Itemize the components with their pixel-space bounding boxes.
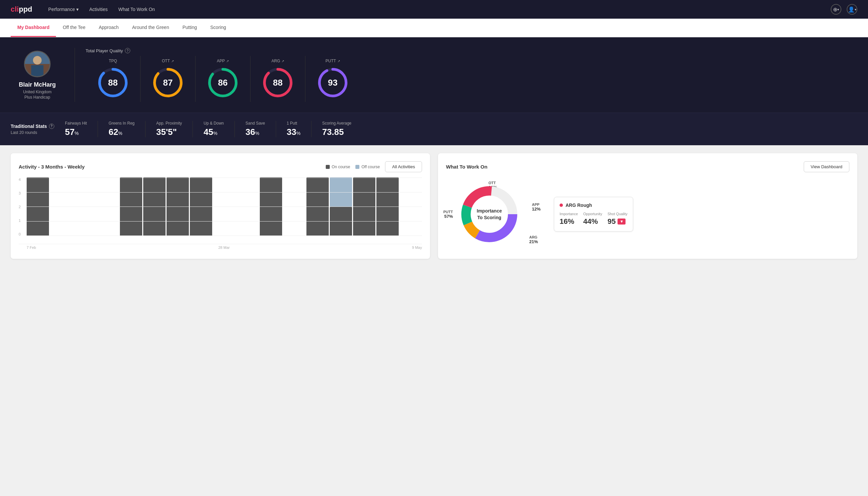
stat-label: Scoring Average [322,121,351,126]
logo[interactable]: clippd [11,5,32,14]
arrow-icon: ↗ [282,59,284,63]
score-label-putt: PUTT ↗ [326,59,340,63]
svg-text:Importance: Importance [477,208,502,214]
work-on-panel: What To Work On View Dashboard PUTT 57% … [438,153,857,259]
tab-bar: My Dashboard Off the Tee Approach Around… [0,19,868,37]
stat-label: Fairways Hit [65,121,87,126]
vertical-divider [75,48,75,102]
legend-dot-oncourse [326,165,330,169]
stat-proximity: App. Proximity 35'5" [145,121,193,137]
donut-section: PUTT 57% OTT 10% APP 12% ARG 21% [446,177,849,251]
activity-panel-header: Activity - 3 Months - Weekly On course O… [19,161,422,172]
top-navigation: clippd Performance ▾ Activities What To … [0,0,868,19]
donut-svg: Importance To Scoring [456,181,523,248]
chevron-down-icon: ▾ [76,7,79,12]
trad-stats-subtitle: Last 20 rounds [11,130,54,135]
all-activities-button[interactable]: All Activities [385,161,422,172]
bar-oncourse [120,177,142,236]
score-label-ott: OTT ↗ [162,59,174,63]
help-icon[interactable]: ? [125,48,130,53]
player-info: Blair McHarg United Kingdom Plus Handica… [11,51,64,99]
app-label: APP 12% [532,203,541,212]
ring-tpq: 88 [96,66,129,99]
chart-wrapper: 4 3 2 1 0 [19,177,422,249]
work-on-panel-title: What To Work On [446,164,487,170]
y-axis: 4 3 2 1 0 [19,177,23,236]
tab-putting[interactable]: Putting [176,19,204,37]
stat-label: Sand Save [246,121,265,126]
stat-sandsave: Sand Save 36% [235,121,276,137]
stat-value: 57% [65,127,87,137]
chevron-down-icon: ▾ [855,7,856,11]
nav-what-to-work-on[interactable]: What To Work On [118,5,155,13]
bar-oncourse [260,177,282,236]
ring-app: 86 [206,66,239,99]
activity-panel-title: Activity - 3 Months - Weekly [19,164,84,170]
svg-point-2 [33,56,42,64]
score-ott: OTT ↗ 87 [141,56,195,102]
activity-panel: Activity - 3 Months - Weekly On course O… [11,153,430,259]
user-icon: 👤 [848,6,855,13]
ring-value-putt: 93 [328,78,338,88]
scores-section: Total Player Quality ? TPQ 88 OTT ↗ [85,48,857,102]
stat-updown: Up & Down 45% [193,121,235,137]
help-icon-stats[interactable]: ? [49,124,54,129]
bar-group [283,177,305,236]
arrow-icon: ↗ [226,59,229,63]
nav-activities[interactable]: Activities [89,5,108,13]
bar-chart: 4 3 2 1 0 [19,177,422,244]
ring-ott: 87 [151,66,185,99]
ring-value-ott: 87 [163,78,173,88]
bar-group [260,177,282,236]
bottom-row: Activity - 3 Months - Weekly On course O… [0,145,868,267]
svg-text:To Scoring: To Scoring [477,215,501,220]
view-dashboard-button[interactable]: View Dashboard [804,161,849,172]
bar-group [306,177,329,236]
tab-approach[interactable]: Approach [92,19,125,37]
bar-group [190,177,212,236]
bar-oncourse [190,177,212,236]
score-tpq: TPQ 88 [85,56,141,102]
score-label-app: APP ↗ [217,59,229,63]
score-label-arg: ARG ↗ [271,59,284,63]
hero-section: Blair McHarg United Kingdom Plus Handica… [0,37,868,113]
tab-around-the-green[interactable]: Around the Green [125,19,175,37]
bar-group [143,177,165,236]
metric-shot-quality: Shot Quality 95 ▼ [607,212,628,226]
stat-value: 62% [109,127,135,137]
bar-group [400,177,422,236]
donut-wrapper: PUTT 57% OTT 10% APP 12% ARG 21% [446,177,533,251]
score-app: APP ↗ 86 [195,56,251,102]
bar-oncourse [167,177,189,236]
add-button[interactable]: ⊕ ▾ [831,4,841,15]
trad-stats-title: Traditional Stats ? [11,124,54,129]
ring-value-app: 86 [218,78,228,88]
ring-arg: 88 [261,66,295,99]
bar-group [50,177,72,236]
tab-off-the-tee[interactable]: Off the Tee [56,19,92,37]
plus-icon: ⊕ [833,6,837,13]
metric-opportunity: Opportunity 44% [583,212,602,226]
stat-fairways: Fairways Hit 57% [54,121,98,137]
tab-my-dashboard[interactable]: My Dashboard [11,19,56,37]
arrow-icon: ↗ [171,59,174,63]
player-handicap: Plus Handicap [24,95,50,99]
stat-label: App. Proximity [156,121,182,126]
work-on-panel-header: What To Work On View Dashboard [446,161,849,172]
bar-group [330,177,352,236]
user-menu-button[interactable]: 👤 ▾ [847,4,857,15]
bar-offcourse [330,177,352,206]
nav-performance[interactable]: Performance ▾ [48,5,79,13]
red-dot-icon [559,203,563,207]
stat-label: Up & Down [204,121,224,126]
score-putt: PUTT ↗ 93 [305,56,360,102]
ring-value-arg: 88 [273,78,283,88]
player-country: United Kingdom [23,90,51,94]
legend-dot-offcourse [356,165,359,169]
stats-bar: Traditional Stats ? Last 20 rounds Fairw… [0,113,868,145]
tab-scoring[interactable]: Scoring [204,19,233,37]
bar-group [27,177,49,236]
bar-group [73,177,96,236]
stat-1putt: 1 Putt 33% [276,121,312,137]
stat-gir: Greens In Reg 62% [98,121,145,137]
